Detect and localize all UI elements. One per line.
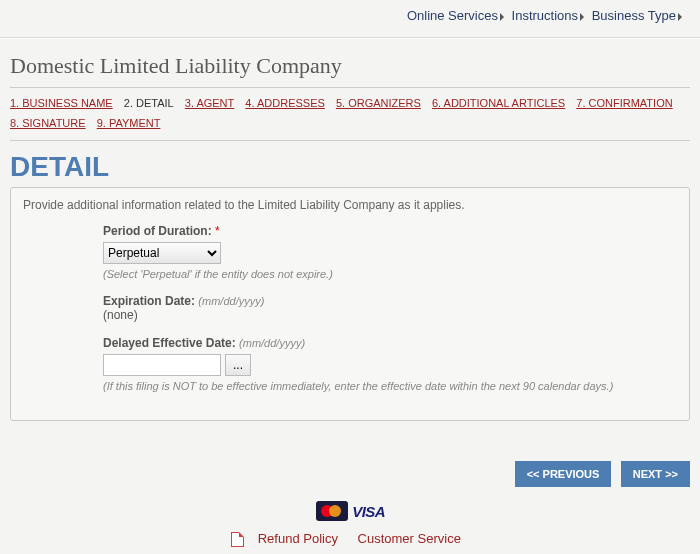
duration-select[interactable]: Perpetual — [103, 242, 221, 264]
step-link[interactable]: 1. BUSINESS NAME — [10, 94, 113, 114]
effective-date-input[interactable] — [103, 354, 221, 376]
step-current: 2. DETAIL — [124, 94, 174, 114]
effective-note: (If this filing is NOT to be effective i… — [103, 380, 677, 392]
next-button[interactable]: NEXT >> — [621, 461, 690, 487]
step-link[interactable]: 3. AGENT — [185, 94, 235, 114]
previous-button[interactable]: << PREVIOUS — [515, 461, 612, 487]
button-row: << PREVIOUS NEXT >> — [10, 461, 690, 487]
step-link[interactable]: 7. CONFIRMATION — [576, 94, 672, 114]
detail-panel: Provide additional information related t… — [10, 187, 690, 421]
expiration-field: Expiration Date: (mm/dd/yyyy) (none) — [103, 294, 677, 322]
step-link[interactable]: 4. ADDRESSES — [245, 94, 324, 114]
step-link[interactable]: 6. ADDITIONAL ARTICLES — [432, 94, 565, 114]
effective-hint: (mm/dd/yyyy) — [239, 337, 305, 349]
duration-note: (Select 'Perpetual' if the entity does n… — [103, 268, 677, 280]
step-link[interactable]: 5. ORGANIZERS — [336, 94, 421, 114]
expiration-hint: (mm/dd/yyyy) — [198, 295, 264, 307]
duration-label: Period of Duration: — [103, 224, 212, 238]
duration-field: Period of Duration: * Perpetual (Select … — [103, 224, 677, 280]
nav-instructions[interactable]: Instructions — [512, 8, 578, 23]
refund-policy-link[interactable]: Refund Policy — [258, 531, 338, 546]
step-link[interactable]: 9. PAYMENT — [97, 114, 161, 134]
nav-online-services[interactable]: Online Services — [407, 8, 498, 23]
section-heading: DETAIL — [10, 151, 690, 183]
date-picker-button[interactable]: ... — [225, 354, 251, 376]
payment-cards: VISA — [10, 501, 690, 521]
expiration-value: (none) — [103, 308, 138, 322]
step-nav: 1. BUSINESS NAME 2. DETAIL 3. AGENT 4. A… — [10, 87, 690, 141]
effective-field: Delayed Effective Date: (mm/dd/yyyy) ...… — [103, 336, 677, 392]
customer-service-link[interactable]: Customer Service — [358, 531, 461, 546]
effective-label: Delayed Effective Date: — [103, 336, 236, 350]
footer-links: Refund Policy Customer Service — [10, 531, 690, 547]
chevron-right-icon — [500, 13, 504, 21]
chevron-right-icon — [580, 13, 584, 21]
intro-text: Provide additional information related t… — [23, 198, 677, 212]
pdf-icon — [231, 532, 244, 547]
chevron-right-icon — [678, 13, 682, 21]
step-link[interactable]: 8. SIGNATURE — [10, 114, 86, 134]
nav-business-type[interactable]: Business Type — [592, 8, 676, 23]
expiration-label: Expiration Date: — [103, 294, 195, 308]
required-mark: * — [215, 224, 220, 238]
mastercard-icon — [316, 501, 348, 521]
divider — [0, 37, 700, 39]
visa-icon: VISA — [352, 502, 385, 519]
page-title: Domestic Limited Liability Company — [10, 53, 690, 79]
top-nav: Online Services Instructions Business Ty… — [0, 0, 700, 29]
